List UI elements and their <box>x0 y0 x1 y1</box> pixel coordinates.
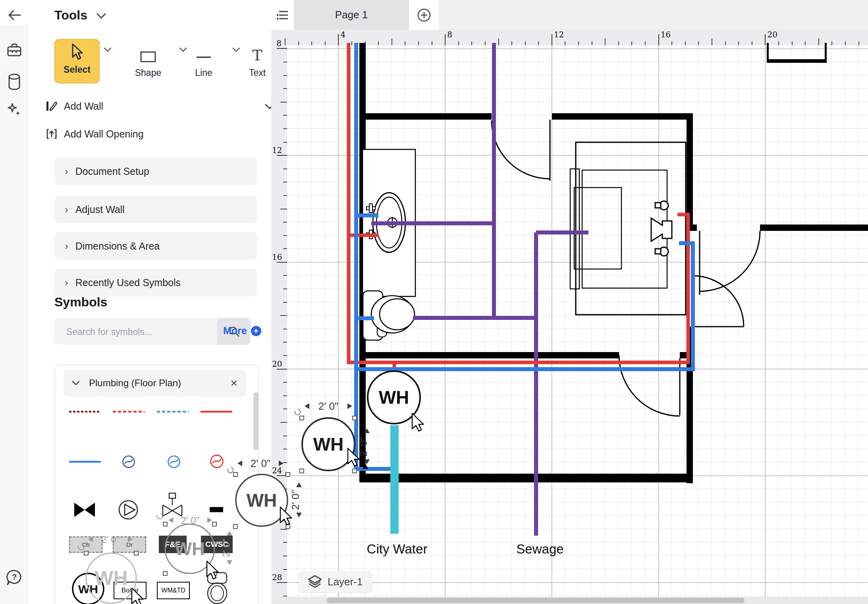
symbol-wm-td[interactable]: WM&TD <box>157 582 190 599</box>
symbol-label: F&E <box>165 540 181 549</box>
section-label: Dimensions & Area <box>75 240 160 252</box>
help-icon: ? <box>6 569 23 587</box>
door-swing-arc <box>700 231 760 291</box>
symbol-coupling-red[interactable] <box>209 454 224 469</box>
section-label: Document Setup <box>75 166 149 177</box>
tools-panel: Tools Select Shape Line T Text <box>29 0 272 604</box>
section-dimensions-area[interactable]: › Dimensions & Area <box>54 232 257 260</box>
svg-text:WH: WH <box>379 387 409 408</box>
add-wall-opening-icon <box>46 128 58 140</box>
chevron-right-icon: › <box>65 203 68 216</box>
horizontal-scrollbar-track[interactable] <box>271 597 868 604</box>
symbol-water-heater[interactable]: WH <box>71 572 105 604</box>
symbols-heading: Symbols <box>54 295 107 310</box>
back-arrow-icon <box>8 10 21 21</box>
symbol-toilet[interactable] <box>204 571 230 604</box>
tools-chevron-icon[interactable] <box>96 13 106 19</box>
left-icon-rail: ? <box>0 0 29 604</box>
symbol-label: CWSC <box>205 540 228 549</box>
section-document-setup[interactable]: › Document Setup <box>54 157 257 185</box>
door-swing-arc <box>619 355 680 416</box>
toolbox-icon <box>6 42 22 58</box>
symbol-drain[interactable]: Dr <box>113 536 146 553</box>
wall-niche[interactable] <box>767 43 827 63</box>
add-wall-button[interactable]: Add Wall <box>46 100 103 112</box>
symbol-search-field <box>54 318 217 345</box>
section-adjust-wall[interactable]: › Adjust Wall <box>54 196 257 223</box>
symbol-pipe-dashed-red[interactable] <box>113 410 145 414</box>
sparkles-icon <box>6 102 23 119</box>
symbol-palette-card: Plumbing (Floor Plan) × <box>54 364 259 604</box>
select-label: Select <box>55 64 99 75</box>
water-heater-symbol[interactable]: WH <box>368 371 420 424</box>
shape-tool-button[interactable]: Shape <box>126 43 170 78</box>
symbol-pipe-solid-blue[interactable] <box>69 460 101 464</box>
palette-title: Plumbing (Floor Plan) <box>89 378 181 389</box>
sparkles-button[interactable] <box>6 102 23 119</box>
help-button[interactable]: ? <box>6 569 23 587</box>
select-tool-button[interactable]: Select <box>54 39 100 83</box>
symbol-gate-valve[interactable] <box>161 492 184 522</box>
section-label: Adjust Wall <box>75 204 125 215</box>
add-wall-opening-button[interactable]: Add Wall Opening <box>46 128 144 140</box>
back-button[interactable] <box>6 6 23 24</box>
toilet[interactable] <box>363 291 415 340</box>
symbol-pump[interactable] <box>118 499 139 520</box>
database-button[interactable] <box>6 73 23 91</box>
symbol-chase[interactable]: Ch <box>69 536 102 553</box>
svg-text:T: T <box>252 48 262 64</box>
symbol-label: Dr <box>126 541 133 548</box>
chevron-down-icon <box>71 380 80 386</box>
floor-plan-canvas[interactable]: City Water Sewage WH <box>271 0 868 604</box>
symbol-pipe-dashdot-darkred[interactable] <box>69 410 101 414</box>
city-water-main-pipe[interactable] <box>390 425 399 534</box>
symbol-label: Ch <box>82 541 89 548</box>
symbol-pipe-dashed-blue[interactable] <box>157 410 189 414</box>
add-wall-label: Add Wall <box>64 101 103 112</box>
symbol-pipe-cap[interactable] <box>210 507 223 512</box>
city-water-label[interactable]: City Water <box>367 542 428 556</box>
cursor-icon <box>55 40 99 60</box>
line-tool-button[interactable]: Line <box>181 43 226 78</box>
chevron-right-icon: › <box>65 277 68 289</box>
section-recently-used[interactable]: › Recently Used Symbols <box>54 269 257 296</box>
symbol-fe[interactable]: F&E <box>159 536 187 553</box>
chevron-right-icon: › <box>65 240 68 252</box>
symbol-coupling-darkblue[interactable] <box>122 455 136 469</box>
section-label: Recently Used Symbols <box>75 277 181 288</box>
chevron-right-icon: › <box>65 165 68 178</box>
sewage-label[interactable]: Sewage <box>516 542 563 556</box>
palette-header[interactable]: Plumbing (Floor Plan) × <box>64 370 246 397</box>
more-label: More <box>223 325 247 337</box>
more-symbols-link[interactable]: More + <box>223 325 261 337</box>
svg-text:WH: WH <box>78 583 98 596</box>
walls[interactable] <box>359 43 868 483</box>
doors[interactable] <box>492 120 760 416</box>
select-dropdown-chevron-icon[interactable] <box>103 47 112 52</box>
line-icon <box>181 43 226 64</box>
svg-text:?: ? <box>12 573 17 581</box>
layer-selector[interactable]: Layer-1 <box>299 571 372 592</box>
symbol-boiler[interactable]: Boiler <box>114 582 147 599</box>
close-icon[interactable]: × <box>230 376 237 390</box>
symbol-coupling-blue[interactable] <box>167 455 181 469</box>
layer-label: Layer-1 <box>328 576 363 588</box>
palette-scrollbar-thumb[interactable] <box>253 392 258 450</box>
layers-icon <box>308 575 322 589</box>
toolbox-button[interactable] <box>6 41 23 59</box>
symbol-label: Boiler <box>122 587 139 594</box>
door-swing-arc <box>492 120 550 179</box>
washer-dryer[interactable] <box>570 142 686 315</box>
add-wall-opening-label: Add Wall Opening <box>64 128 144 140</box>
symbol-cwsc[interactable]: CWSC <box>201 536 233 553</box>
shape-icon <box>126 43 170 64</box>
horizontal-scrollbar-thumb[interactable] <box>327 598 745 603</box>
washer-faucet <box>651 218 672 241</box>
database-icon <box>7 73 21 91</box>
tools-title: Tools <box>54 8 87 23</box>
line-label: Line <box>181 68 226 78</box>
symbol-valve[interactable] <box>73 502 96 518</box>
search-input[interactable] <box>66 318 210 346</box>
symbol-pipe-solid-red[interactable] <box>201 410 232 414</box>
door-swing-arc <box>693 276 744 327</box>
